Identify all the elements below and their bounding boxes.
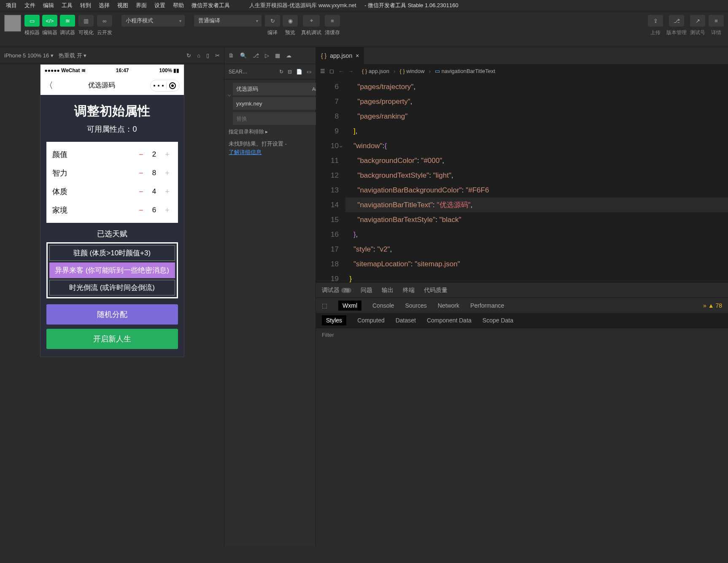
menu-item[interactable]: 设置 — [151, 1, 169, 10]
attribute-label: 智力 — [52, 168, 137, 178]
output-tab[interactable]: 输出 — [382, 287, 394, 294]
talent-item[interactable]: 时光倒流 (或许时间会倒流) — [49, 280, 175, 295]
plus-button[interactable]: + — [163, 206, 172, 215]
attribute-value: 4 — [146, 187, 163, 196]
menu-item[interactable]: 转到 — [77, 1, 94, 10]
list-icon[interactable]: ☰ — [320, 68, 325, 74]
search-pane: 🗎 🔍 ⎇ ▷ ▦ ☁ SEAR… ↻ ⊟ 📄 ▭ ⌵ AaAb.* — [224, 47, 316, 546]
file-tab[interactable]: { } app.json × — [316, 47, 364, 64]
performance-tab[interactable]: Performance — [470, 302, 504, 309]
nav-title: 优选源码 — [53, 81, 150, 90]
back-icon[interactable]: 〈 — [45, 80, 53, 91]
clear2-icon[interactable]: ⊟ — [288, 69, 292, 75]
menu-item[interactable]: 界面 — [132, 1, 150, 10]
simulator-button[interactable]: ▭ — [24, 15, 40, 27]
plus-button[interactable]: + — [163, 150, 172, 159]
debug-icon[interactable]: ▷ — [265, 52, 269, 59]
clear-button[interactable]: ≡ — [325, 15, 340, 27]
search-icon[interactable]: 🔍 — [240, 52, 247, 59]
upload-button[interactable]: ⇪ — [648, 15, 663, 27]
device-select[interactable]: iPhone 5 100% 16 ▾ — [4, 52, 54, 59]
compile-button[interactable]: ↻ — [265, 15, 280, 27]
refresh2-icon[interactable]: ↻ — [279, 69, 283, 75]
close-icon[interactable]: × — [356, 52, 359, 59]
minus-button[interactable]: − — [137, 168, 146, 178]
editor-button[interactable]: </> — [42, 15, 57, 27]
menu-item[interactable]: 文件 — [21, 1, 39, 10]
debug-tab[interactable]: 调试器 78 — [322, 287, 351, 294]
real-device-button[interactable]: ⌖ — [303, 15, 320, 27]
quality-tab[interactable]: 代码质量 — [424, 287, 448, 294]
styles-tab[interactable]: Styles — [322, 315, 346, 325]
inspect-icon[interactable]: ⬚ — [322, 302, 327, 309]
menu-item[interactable]: 项目 — [3, 1, 20, 10]
new-file-icon[interactable]: 📄 — [296, 69, 302, 75]
simulator-label: 模拟器 — [24, 29, 40, 36]
collapse-icon[interactable]: ▭ — [307, 69, 311, 75]
clear-label: 清缓存 — [325, 29, 340, 36]
menu-item[interactable]: 视图 — [114, 1, 132, 10]
debugger-button[interactable]: ≋ — [60, 15, 75, 27]
attribute-label: 家境 — [52, 205, 137, 215]
refresh-icon[interactable]: ↻ — [186, 52, 191, 59]
dataset-tab[interactable]: Dataset — [396, 317, 416, 324]
menu-item[interactable]: 微信开发者工具 — [188, 1, 233, 10]
minus-button[interactable]: − — [137, 187, 146, 196]
minus-button[interactable]: − — [137, 150, 146, 159]
component-tab[interactable]: Component Data — [427, 317, 472, 324]
visual-button[interactable]: ▥ — [78, 15, 94, 27]
test-button[interactable]: ↗ — [690, 15, 705, 27]
filter-input[interactable]: Filter — [316, 328, 728, 341]
attribute-label: 体质 — [52, 187, 137, 197]
app-heading: 调整初始属性 — [46, 103, 178, 120]
debugger-label: 调试器 — [60, 29, 75, 36]
plus-button[interactable]: + — [163, 168, 172, 178]
cloud-icon[interactable]: ☁ — [286, 52, 291, 59]
preview-label: 预览 — [283, 29, 298, 36]
preview-button[interactable]: ◉ — [283, 15, 298, 27]
cut-icon[interactable]: ✂ — [215, 52, 220, 59]
network-tab[interactable]: Network — [438, 302, 459, 309]
style-tabs: Styles Computed Dataset Component Data S… — [316, 313, 728, 328]
search-options[interactable]: 指定目录和排除 ▸ — [228, 127, 312, 137]
attribute-row: 家境 − 6 + — [46, 201, 178, 219]
files-icon[interactable]: 🗎 — [229, 52, 234, 59]
menu-item[interactable]: 帮助 — [170, 1, 187, 10]
warning-badge[interactable]: » ▲ 78 — [703, 302, 722, 309]
bookmark-icon[interactable]: ◻ — [329, 68, 334, 74]
minus-button[interactable]: − — [137, 206, 146, 215]
simulator-pane: iPhone 5 100% 16 ▾ 热重载 开 ▾ ↻ ⌂ ▯ ✂ ●●●●●… — [0, 47, 224, 546]
terminal-tab[interactable]: 终端 — [403, 287, 415, 294]
random-button[interactable]: 随机分配 — [46, 304, 178, 325]
talent-item[interactable]: 驻颜 (体质>10时颜值+3) — [49, 245, 175, 261]
talent-heading: 已选天赋 — [46, 229, 178, 239]
cloud-button[interactable]: ∞ — [97, 15, 112, 27]
capsule-button[interactable] — [150, 80, 180, 92]
sources-tab[interactable]: Sources — [405, 302, 426, 309]
branch-icon[interactable]: ⎇ — [253, 52, 259, 59]
expand-icon[interactable]: ⌵ — [228, 83, 231, 97]
talent-item[interactable]: 异界来客 (你可能听到一些绝密消息) — [49, 263, 175, 278]
version-button[interactable]: ⎇ — [669, 15, 684, 27]
start-button[interactable]: 开启新人生 — [46, 329, 178, 349]
home-icon[interactable]: ⌂ — [197, 52, 200, 59]
menu-item[interactable]: 编辑 — [40, 1, 57, 10]
menu-item[interactable]: 选择 — [95, 1, 113, 10]
title-bar: 人生重开模拟器-优选源码库 www.yxymk.net - 微信开发者工具 St… — [243, 1, 465, 10]
device-icon[interactable]: ▯ — [206, 52, 209, 59]
mode-dropdown[interactable]: 小程序模式 — [121, 15, 185, 27]
hot-reload[interactable]: 热重载 开 ▾ — [59, 52, 86, 60]
compile-dropdown[interactable]: 普通编译 — [194, 15, 262, 27]
attribute-value: 2 — [146, 150, 163, 159]
menu-item[interactable]: 工具 — [58, 1, 76, 10]
plus-button[interactable]: + — [163, 187, 172, 196]
problems-tab[interactable]: 问题 — [361, 287, 372, 294]
computed-tab[interactable]: Computed — [357, 317, 385, 324]
ext-icon[interactable]: ▦ — [275, 52, 280, 59]
console-tab[interactable]: Console — [372, 302, 394, 309]
code-editor[interactable]: 67891011121314151617181920 "pages/trajec… — [316, 78, 728, 282]
wxml-tab[interactable]: Wxml — [338, 300, 361, 311]
detail-button[interactable]: ≡ — [709, 15, 724, 27]
scope-tab[interactable]: Scope Data — [483, 317, 513, 324]
avatar[interactable] — [4, 15, 21, 32]
